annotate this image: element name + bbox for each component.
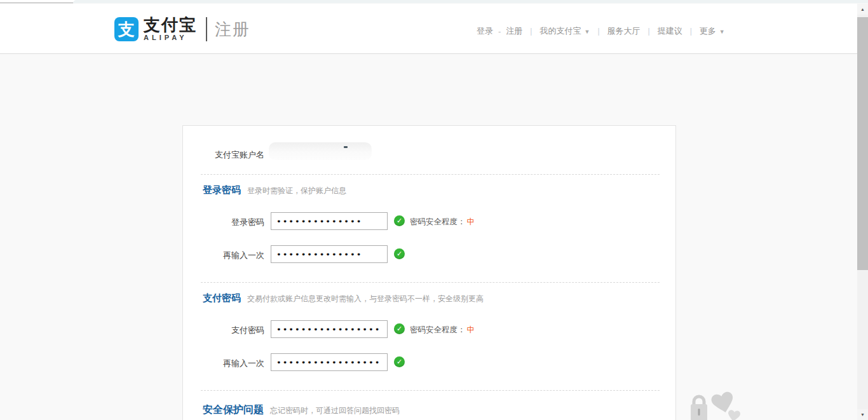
scrollbar-down-button[interactable]: ▼ <box>857 409 868 420</box>
pay-password-field-label: 支付密码 <box>183 325 264 336</box>
nav-separator: | <box>648 27 650 36</box>
alipay-logo-glyph: 支 <box>118 18 135 41</box>
section-divider <box>201 282 660 283</box>
scrollbar-thumb[interactable] <box>857 17 868 270</box>
strength-value: 中 <box>467 325 475 334</box>
section-divider <box>201 390 660 391</box>
security-question-title: 安全保护问题 <box>203 403 264 417</box>
brand-name-cn: 支付宝 <box>144 17 197 33</box>
login-password-field-label: 登录密码 <box>183 217 264 228</box>
redaction-mark <box>344 146 348 148</box>
strength-value: 中 <box>467 217 475 226</box>
nav-separator: | <box>530 27 532 36</box>
section-divider <box>201 174 660 175</box>
strength-label: 密码安全程度： <box>410 325 466 334</box>
heart-icon-small <box>726 409 742 420</box>
nav-suggestion-link[interactable]: 提建议 <box>658 25 682 37</box>
alipay-logo-icon: 支 <box>114 17 139 41</box>
pay-password-repeat-label: 再输入一次 <box>183 358 264 369</box>
account-name-redacted <box>269 142 372 160</box>
chevron-down-icon: ▼ <box>719 29 725 35</box>
top-nav: 登录 - 注册 | 我的支付宝▼ | 服务大厅 | 提建议 | 更多▼ <box>477 25 725 37</box>
pay-password-repeat-input[interactable] <box>271 353 388 371</box>
login-password-repeat-label: 再输入一次 <box>183 250 264 261</box>
nav-separator: | <box>690 27 692 36</box>
pay-password-input[interactable] <box>271 320 388 338</box>
nav-my-alipay-link[interactable]: 我的支付宝▼ <box>539 25 590 37</box>
browser-edge-strip <box>0 0 868 3</box>
pay-password-title: 支付密码 <box>203 292 241 304</box>
nav-more-link[interactable]: 更多▼ <box>700 25 725 37</box>
security-question-section-head: 安全保护问题 忘记密码时，可通过回答问题找回密码 <box>203 403 400 417</box>
success-check-icon: ✓ <box>394 215 405 226</box>
nav-my-alipay-label: 我的支付宝 <box>539 26 581 36</box>
brand-text: 支付宝 ALIPAY <box>144 17 197 42</box>
success-check-icon: ✓ <box>394 356 405 367</box>
security-question-desc: 忘记密码时，可通过回答问题找回密码 <box>270 405 400 416</box>
nav-register-link[interactable]: 注册 <box>506 25 522 37</box>
pay-password-strength: 密码安全程度：中 <box>410 325 475 335</box>
login-password-strength: 密码安全程度：中 <box>410 217 475 227</box>
login-password-input[interactable] <box>271 212 388 230</box>
nav-service-hall-link[interactable]: 服务大厅 <box>607 25 641 37</box>
success-check-icon: ✓ <box>394 248 405 259</box>
account-name-label: 支付宝账户名 <box>183 149 264 161</box>
logo-divider <box>206 17 207 41</box>
scrollbar-up-button[interactable]: ▲ <box>857 4 868 15</box>
scrollbar[interactable]: ▲ ▼ <box>857 4 868 420</box>
nav-separator: | <box>597 27 599 36</box>
login-password-section-head: 登录密码 登录时需验证，保护账户信息 <box>203 184 346 196</box>
pay-password-desc: 交易付款或账户信息更改时需输入，与登录密码不一样，安全级别更高 <box>247 294 484 304</box>
login-password-desc: 登录时需验证，保护账户信息 <box>247 186 346 196</box>
chevron-down-icon: ▼ <box>584 29 590 35</box>
lock-icon <box>688 393 710 420</box>
nav-login-link[interactable]: 登录 <box>477 25 493 37</box>
strength-label: 密码安全程度： <box>410 217 466 226</box>
nav-dash: - <box>498 27 501 36</box>
registration-form-card: 支付宝账户名 登录密码 登录时需验证，保护账户信息 登录密码 ✓ 密码安全程度：… <box>182 125 676 420</box>
pay-password-section-head: 支付密码 交易付款或账户信息更改时需输入，与登录密码不一样，安全级别更高 <box>203 292 484 304</box>
browser-tab-sliver <box>73 0 868 3</box>
page-title: 注册 <box>215 18 250 41</box>
login-password-repeat-input[interactable] <box>271 245 388 263</box>
alipay-logo[interactable]: 支 支付宝 ALIPAY 注册 <box>114 17 250 42</box>
nav-more-label: 更多 <box>700 26 716 36</box>
header: 支 支付宝 ALIPAY 注册 登录 - 注册 | 我的支付宝▼ | 服务大厅 … <box>0 4 857 54</box>
progress-steps: 1 2 3 ✓ 创建账户 填写账户信息 企业实名认证 注册成功 <box>0 55 857 118</box>
login-password-title: 登录密码 <box>203 184 241 196</box>
brand-name-en: ALIPAY <box>144 34 197 42</box>
success-check-icon: ✓ <box>394 323 405 334</box>
